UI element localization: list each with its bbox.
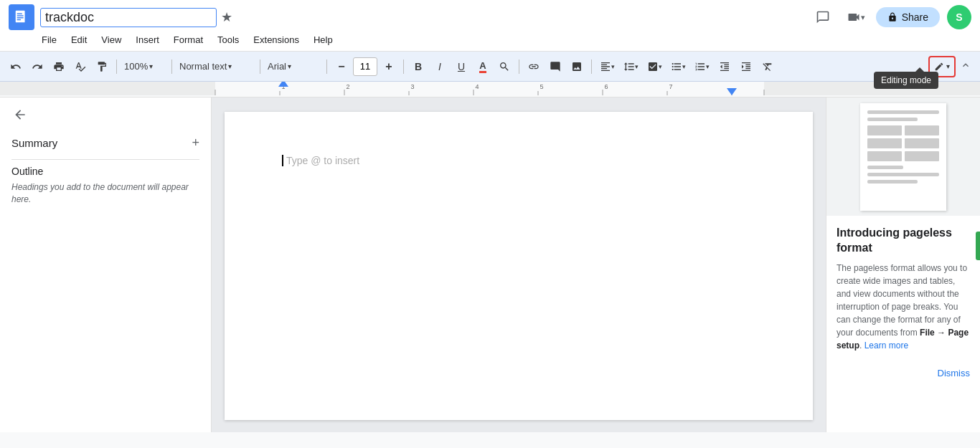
menu-file[interactable]: File (34, 32, 64, 48)
text-cursor (282, 155, 283, 166)
spellcheck-button[interactable] (70, 57, 90, 77)
svg-text:3: 3 (410, 83, 414, 90)
separator-1 (116, 59, 117, 74)
preview-cell-4 (905, 138, 939, 148)
learn-more-link[interactable]: Learn more (864, 340, 908, 351)
svg-rect-3 (17, 17, 24, 18)
green-tab (976, 232, 980, 260)
separator-7 (591, 59, 592, 74)
highlight-button[interactable] (494, 57, 514, 77)
comment-button[interactable] (545, 57, 565, 77)
decrease-indent-button[interactable] (715, 57, 735, 77)
font-size-increase-button[interactable]: + (379, 57, 399, 77)
checklist-button[interactable]: ▾ (644, 57, 666, 77)
clear-format-button[interactable] (758, 57, 778, 77)
editing-mode-tooltip: Editing mode (874, 72, 938, 89)
preview-cell-6 (905, 151, 939, 161)
text-color-button[interactable]: A (473, 57, 493, 77)
panel-body: The pageless format allows you to create… (837, 262, 970, 352)
font-arrow: ▾ (288, 62, 291, 70)
svg-rect-0 (16, 11, 25, 23)
preview-line-3 (867, 166, 903, 169)
svg-text:5: 5 (540, 83, 543, 90)
redo-button[interactable] (27, 57, 47, 77)
star-icon[interactable]: ★ (221, 9, 232, 25)
separator-3 (260, 59, 260, 74)
preview-cell-2 (905, 125, 939, 135)
header: ★ ▾ Share S File Edit View Insert Format… (0, 0, 980, 52)
chat-button[interactable] (810, 4, 836, 30)
preview-page (860, 103, 946, 211)
editor-cursor: Type @ to insert (282, 155, 755, 166)
document-page[interactable]: Type @ to insert (225, 112, 813, 420)
style-value: Normal text (179, 61, 227, 72)
align-button[interactable]: ▾ (596, 57, 618, 77)
image-button[interactable] (567, 57, 587, 77)
style-arrow: ▾ (228, 62, 232, 70)
italic-button[interactable]: I (430, 57, 450, 77)
underline-button[interactable]: U (451, 57, 471, 77)
preview-line-1 (867, 110, 939, 114)
panel-preview (826, 97, 980, 216)
panel-body-text: The pageless format allows you to create… (837, 263, 967, 338)
svg-rect-1 (17, 14, 22, 14)
style-select[interactable]: Normal text ▾ (176, 57, 255, 77)
preview-grid (867, 125, 939, 161)
main-area: Summary + Outline Headings you add to th… (0, 97, 980, 432)
bold-button[interactable]: B (408, 57, 428, 77)
back-button[interactable] (11, 106, 29, 127)
zoom-select[interactable]: 100% ▾ (121, 57, 167, 77)
font-size-decrease-button[interactable]: − (331, 57, 352, 77)
font-value: Arial (268, 61, 286, 72)
menu-tools[interactable]: Tools (210, 32, 246, 48)
document-area[interactable]: Type @ to insert (212, 97, 826, 432)
panel-content: Introducing pageless format The pageless… (826, 216, 980, 362)
preview-line-4 (867, 173, 939, 176)
svg-rect-7 (764, 82, 980, 95)
font-select[interactable]: Arial ▾ (265, 57, 322, 77)
undo-button[interactable] (6, 57, 26, 77)
panel-title: Introducing pageless format (837, 226, 970, 256)
menu-insert[interactable]: Insert (128, 32, 166, 48)
user-avatar[interactable]: S (947, 5, 971, 29)
menu-view[interactable]: View (94, 32, 128, 48)
bullet-list-button[interactable]: ▾ (667, 57, 689, 77)
edit-mode-arrow: ▾ (946, 62, 950, 70)
print-button[interactable] (49, 57, 69, 77)
svg-rect-6 (0, 82, 215, 95)
line-spacing-button[interactable]: ▾ (620, 57, 642, 77)
meet-button[interactable]: ▾ (843, 4, 869, 30)
outline-label: Outline (11, 166, 199, 177)
sidebar: Summary + Outline Headings you add to th… (0, 97, 212, 432)
add-summary-button[interactable]: + (192, 135, 199, 151)
doc-title-area: ★ (40, 8, 804, 27)
zoom-arrow: ▾ (149, 62, 153, 70)
right-panel: Introducing pageless format The pageless… (826, 97, 980, 432)
paint-format-button[interactable] (92, 57, 112, 77)
sidebar-divider (11, 159, 199, 160)
doc-title-input[interactable] (40, 8, 217, 27)
preview-cell-3 (867, 138, 902, 148)
svg-text:4: 4 (475, 83, 479, 90)
font-size-display[interactable]: 11 (353, 57, 377, 76)
collapse-toolbar-button[interactable] (957, 57, 974, 77)
menu-help[interactable]: Help (306, 32, 340, 48)
menu-format[interactable]: Format (166, 32, 210, 48)
menu-extensions[interactable]: Extensions (246, 32, 306, 48)
menu-bar: File Edit View Insert Format Tools Exten… (0, 32, 980, 51)
svg-text:6: 6 (604, 83, 608, 90)
share-button[interactable]: Share (876, 7, 940, 27)
ruler-svg: 1 2 3 4 5 6 7 (0, 82, 980, 95)
numbered-list-button[interactable]: ▾ (691, 57, 713, 77)
svg-rect-4 (17, 19, 21, 20)
summary-label: Summary (11, 137, 57, 149)
link-button[interactable] (524, 57, 544, 77)
increase-indent-button[interactable] (736, 57, 756, 77)
summary-row: Summary + (11, 135, 199, 151)
dismiss-button[interactable]: Dismiss (938, 368, 971, 378)
app-icon (9, 4, 34, 30)
right-controls: ▾ Share S (810, 4, 971, 30)
menu-edit[interactable]: Edit (64, 32, 94, 48)
separator-5 (403, 59, 404, 74)
svg-rect-2 (17, 15, 24, 16)
